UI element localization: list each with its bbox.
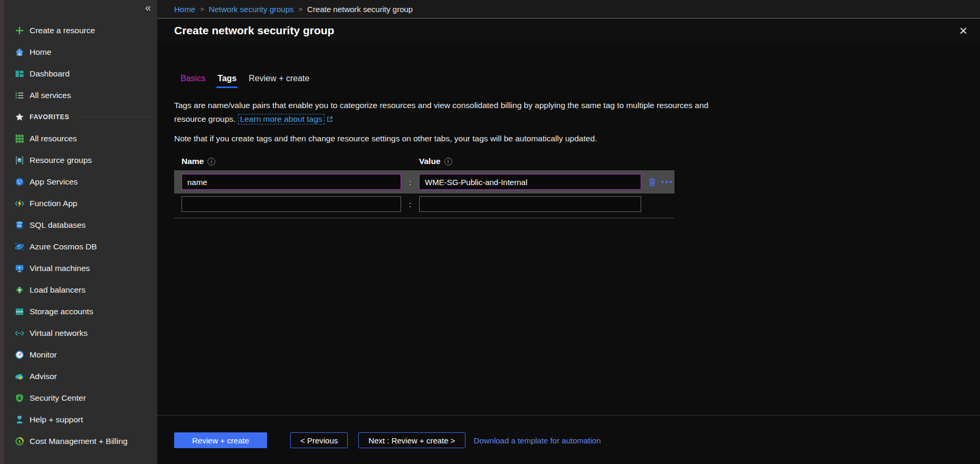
sidebar-item-security-center[interactable]: Security Center <box>4 387 157 409</box>
tab-tags[interactable]: Tags <box>217 74 236 88</box>
content-area: Basics Tags Review + create Tags are nam… <box>157 42 980 218</box>
tag-row: : <box>174 194 674 215</box>
globe-icon <box>15 177 24 187</box>
sidebar-item-label: Dashboard <box>30 69 70 79</box>
breadcrumb-separator: > <box>195 5 209 13</box>
home-icon <box>15 47 24 57</box>
dashboard-icon <box>15 69 24 79</box>
page-header: Create network security group × <box>157 18 980 42</box>
cost-icon: $ <box>15 437 24 446</box>
sidebar-item-label: Cost Management + Billing <box>30 437 128 446</box>
sidebar-item-resource-groups[interactable]: Resource groups <box>4 149 157 171</box>
sidebar-item-label: Storage accounts <box>30 307 93 316</box>
sidebar-item-label: Home <box>30 47 51 57</box>
sidebar-item-dashboard[interactable]: Dashboard <box>4 63 157 84</box>
sidebar-item-load-balancers[interactable]: Load balancers <box>4 279 157 301</box>
sidebar-item-virtual-networks[interactable]: Virtual networks <box>4 322 157 344</box>
next-button[interactable]: Next : Review + create > <box>358 432 465 448</box>
name-value-separator: : <box>401 200 419 209</box>
tab-review-create[interactable]: Review + create <box>249 74 309 88</box>
main-panel: Home > Network security groups > Create … <box>157 0 980 464</box>
sidebar-item-create-a-resource[interactable]: Create a resource <box>4 20 157 41</box>
sidebar-item-advisor[interactable]: Advisor <box>4 365 157 387</box>
advisor-icon <box>15 372 24 381</box>
list-icon <box>15 91 24 100</box>
sidebar-item-function-app[interactable]: Function App <box>4 192 157 214</box>
sidebar-item-all-services[interactable]: All services <box>4 84 157 106</box>
sidebar-item-help-support[interactable]: Help + support <box>4 409 157 430</box>
breadcrumb-current: Create network security group <box>307 5 413 14</box>
previous-button[interactable]: < Previous <box>290 432 348 448</box>
star-icon <box>15 112 24 122</box>
vm-monitor-icon <box>15 264 24 273</box>
sidebar-item-azure-cosmos-db[interactable]: Azure Cosmos DB <box>4 236 157 257</box>
window-edge-strip <box>0 0 4 464</box>
more-options-icon[interactable]: ••• <box>661 178 674 186</box>
tag-name-input[interactable] <box>182 174 401 190</box>
sidebar-item-label: App Services <box>30 177 78 187</box>
shield-icon <box>15 393 24 403</box>
name-info-icon[interactable]: i <box>207 158 215 166</box>
learn-more-link[interactable]: Learn more about tags <box>238 114 325 124</box>
sidebar-item-label: Create a resource <box>30 26 95 35</box>
load-balancer-icon <box>15 285 24 295</box>
sql-database-icon: SQL <box>15 220 24 230</box>
breadcrumb-separator: > <box>294 5 308 13</box>
sidebar-section-favorites: FAVORITES <box>4 106 157 128</box>
sidebar-item-all-resources[interactable]: All resources <box>4 128 157 149</box>
sidebar-item-home[interactable]: Home <box>4 41 157 63</box>
tag-row: : ••• <box>174 170 674 194</box>
sidebar-item-label: SQL databases <box>30 220 85 230</box>
tag-table: Name i Value i : ••• <box>174 156 674 218</box>
sidebar-item-app-services[interactable]: App Services <box>4 171 157 192</box>
sidebar-item-label: All resources <box>30 134 77 143</box>
svg-text:$: $ <box>18 439 21 443</box>
value-info-icon[interactable]: i <box>444 158 452 166</box>
lightning-icon <box>15 199 24 208</box>
table-divider <box>174 218 674 218</box>
sidebar-item-monitor[interactable]: Monitor <box>4 344 157 365</box>
value-column-header: Value i <box>419 157 452 166</box>
breadcrumb-link-home[interactable]: Home <box>174 5 195 14</box>
sidebar-item-storage-accounts[interactable]: Storage accounts <box>4 301 157 322</box>
page-title: Create network security group <box>174 24 334 37</box>
tag-value-input[interactable] <box>419 196 641 212</box>
sidebar-item-label: Resource groups <box>30 156 92 165</box>
sidebar: « Create a resource Home Dashboard All s… <box>4 0 157 464</box>
sidebar-item-label: All services <box>30 91 71 100</box>
footer-divider <box>157 415 980 415</box>
sidebar-item-sql-databases[interactable]: SQL SQL databases <box>4 214 157 236</box>
sidebar-item-virtual-machines[interactable]: Virtual machines <box>4 257 157 279</box>
footer-bar: Review + create < Previous Next : Review… <box>157 415 980 448</box>
name-column-header: Name i <box>182 157 401 166</box>
cube-icon <box>15 156 24 165</box>
tab-basics[interactable]: Basics <box>180 74 205 88</box>
sidebar-collapse-icon[interactable]: « <box>145 2 151 13</box>
row-actions: ••• <box>648 177 674 187</box>
review-create-button[interactable]: Review + create <box>174 432 267 448</box>
tag-name-input[interactable] <box>182 196 401 212</box>
svg-text:SQL: SQL <box>17 225 22 227</box>
tag-value-input[interactable] <box>419 174 641 190</box>
sidebar-item-label: Virtual machines <box>30 264 90 273</box>
tags-note: Note that if you create tags and then ch… <box>174 134 963 143</box>
sidebar-section-label: FAVORITES <box>30 113 69 121</box>
delete-tag-icon[interactable] <box>648 177 657 187</box>
azure-portal-window: « Create a resource Home Dashboard All s… <box>0 0 980 464</box>
wizard-tabs: Basics Tags Review + create <box>180 74 963 88</box>
tag-table-headers: Name i Value i <box>174 156 674 167</box>
storage-icon <box>15 307 24 316</box>
close-icon[interactable]: × <box>956 24 971 37</box>
sidebar-item-label: Security Center <box>30 393 86 403</box>
grid-icon <box>15 134 24 143</box>
download-template-link[interactable]: Download a template for automation <box>474 436 601 445</box>
sidebar-item-label: Monitor <box>30 350 57 360</box>
planet-icon <box>15 242 24 252</box>
sidebar-item-cost-management-billing[interactable]: $ Cost Management + Billing <box>4 430 157 452</box>
breadcrumb-link-network-security-groups[interactable]: Network security groups <box>209 5 294 14</box>
sidebar-item-label: Azure Cosmos DB <box>30 242 97 252</box>
sidebar-item-label: Virtual networks <box>30 328 88 338</box>
sidebar-item-label: Help + support <box>30 415 83 424</box>
network-icon <box>15 328 24 338</box>
sidebar-item-label: Advisor <box>30 372 57 381</box>
